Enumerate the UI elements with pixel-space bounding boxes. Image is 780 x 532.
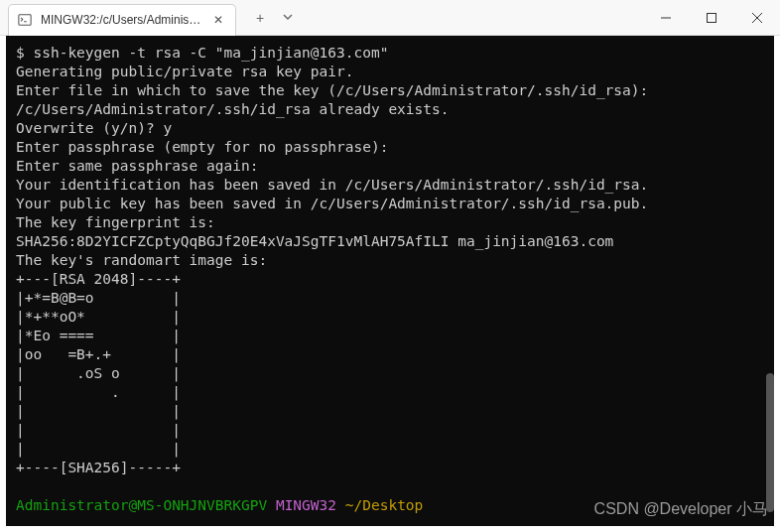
titlebar: MINGW32:/c/Users/Administrat ✕ + (0, 0, 780, 36)
prompt-user: Administrator@MS-ONHJNVBRKGPV (16, 497, 267, 513)
close-tab-button[interactable]: ✕ (209, 11, 227, 29)
prompt-env: MINGW32 (276, 497, 336, 513)
terminal-line: +---[RSA 2048]----+ (16, 271, 181, 287)
terminal-line: Enter file in which to save the key (/c/… (16, 82, 648, 98)
prompt-path: ~/Desktop (345, 497, 424, 513)
terminal-output[interactable]: $ ssh-keygen -t rsa -C "ma_jinjian@163.c… (6, 36, 774, 526)
terminal-line: The key fingerprint is: (16, 214, 215, 230)
scrollbar-thumb[interactable] (766, 373, 774, 512)
tab-active[interactable]: MINGW32:/c/Users/Administrat ✕ (8, 4, 236, 36)
terminal-window: MINGW32:/c/Users/Administrat ✕ + $ ssh-k… (0, 0, 780, 532)
terminal-line: | .oS o | (16, 365, 181, 381)
svg-rect-3 (708, 13, 716, 22)
terminal-icon (17, 12, 33, 28)
tab-title: MINGW32:/c/Users/Administrat (41, 13, 201, 27)
terminal-line: |+*=B@B=o | (16, 290, 181, 306)
svg-rect-0 (19, 15, 31, 26)
terminal-line: Generating public/private rsa key pair. (16, 64, 353, 79)
window-controls (643, 2, 780, 34)
new-tab-button[interactable]: + (256, 10, 264, 26)
terminal-line: Enter same passphrase again: (16, 158, 258, 174)
terminal-line: Your identification has been saved in /c… (16, 177, 648, 193)
terminal-line: SHA256:8D2YICFZCptyQqBGJf20E4xVaJSgTF1vM… (16, 233, 613, 249)
terminal-line: | | (16, 422, 181, 438)
minimize-button[interactable] (643, 2, 689, 34)
terminal-line: |*+**oO* | (16, 309, 181, 325)
terminal-line: | . | (16, 384, 181, 400)
terminal-line: Enter passphrase (empty for no passphras… (16, 139, 388, 155)
close-button[interactable] (734, 2, 780, 34)
terminal-line: |*Eo ==== | (16, 328, 181, 343)
terminal-line: | | (16, 403, 181, 419)
terminal-line: Your public key has been saved in /c/Use… (16, 196, 648, 211)
maximize-button[interactable] (689, 2, 734, 34)
tab-dropdown-button[interactable] (282, 10, 294, 26)
terminal-line: $ ssh-keygen -t rsa -C "ma_jinjian@163.c… (16, 45, 388, 61)
terminal-line: /c/Users/Administrator/.ssh/id_rsa alrea… (16, 101, 450, 117)
terminal-line: | | (16, 441, 181, 457)
terminal-line: |oo =B+.+ | (16, 346, 181, 362)
terminal-line: Overwrite (y/n)? y (16, 120, 172, 136)
terminal-line: The key's randomart image is: (16, 252, 267, 268)
terminal-line: +----[SHA256]-----+ (16, 460, 181, 475)
tab-actions: + (256, 10, 294, 26)
